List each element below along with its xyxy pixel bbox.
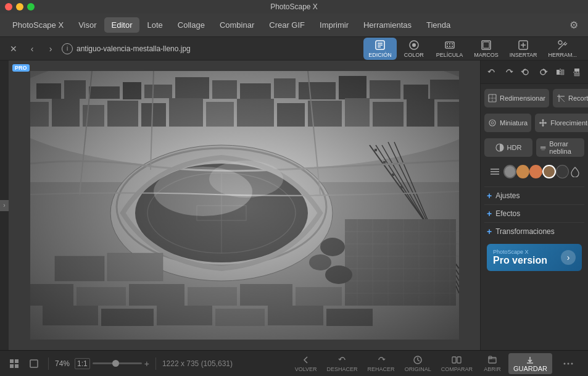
rehacer-btn[interactable]: REHACER bbox=[364, 354, 399, 374]
gear-icon[interactable]: ⚙ bbox=[565, 16, 583, 35]
svg-rect-101 bbox=[561, 70, 564, 75]
title-bar: PhotoScape X bbox=[0, 0, 588, 14]
left-arrow-btn[interactable]: › bbox=[0, 200, 9, 211]
zoom-thumb bbox=[112, 360, 119, 367]
original-btn[interactable]: ORIGINAL bbox=[401, 354, 435, 374]
filter-sepia[interactable] bbox=[542, 165, 555, 178]
svg-rect-127 bbox=[10, 364, 14, 368]
info-button[interactable]: i bbox=[62, 43, 73, 54]
main-content: › PRO bbox=[0, 61, 588, 350]
efectos-section[interactable]: + Efectos bbox=[484, 204, 584, 222]
guardar-btn[interactable]: GUARDAR bbox=[508, 353, 552, 374]
menu-combinar[interactable]: Combinar bbox=[212, 17, 262, 33]
menu-visor[interactable]: Visor bbox=[71, 17, 104, 33]
zoom-ratio[interactable]: 1:1 bbox=[75, 358, 90, 369]
abrir-label: ABRIR bbox=[484, 366, 501, 372]
lines-icon[interactable] bbox=[487, 163, 503, 180]
miniatura-btn[interactable]: Miniatura bbox=[484, 114, 531, 132]
menu-imprimir[interactable]: Imprimir bbox=[312, 17, 356, 33]
bottom-right-actions: VOLVER DESHACER REHACER ORIGINAL bbox=[291, 353, 582, 374]
pro-arrow-icon[interactable]: › bbox=[561, 250, 576, 265]
transformaciones-section[interactable]: + Transformaciones bbox=[484, 222, 584, 240]
miniatura-label: Miniatura bbox=[500, 119, 528, 127]
pelicula-label: PELÍCULA bbox=[436, 52, 463, 58]
menu-lote[interactable]: Lote bbox=[139, 17, 170, 33]
tab-insertar[interactable]: INSERTAR bbox=[505, 38, 542, 60]
window-title: PhotoScape X bbox=[270, 2, 318, 11]
svg-rect-128 bbox=[15, 364, 19, 368]
deshacer-btn[interactable]: DESHACER bbox=[323, 354, 362, 374]
svg-point-115 bbox=[542, 124, 544, 127]
svg-point-99 bbox=[540, 70, 545, 75]
transformaciones-plus: + bbox=[487, 227, 492, 236]
marcos-icon bbox=[481, 40, 492, 51]
menu-editor[interactable]: Editor bbox=[104, 17, 140, 33]
flip-v-icon[interactable] bbox=[568, 64, 586, 81]
menu-photoscape[interactable]: PhotoScape X bbox=[5, 17, 71, 33]
svg-point-5 bbox=[412, 43, 416, 47]
menu-collage[interactable]: Collage bbox=[170, 17, 212, 33]
rotate-right-icon[interactable] bbox=[534, 64, 552, 81]
tab-edicion[interactable]: EDICIÓN bbox=[363, 38, 397, 60]
tab-pelicula[interactable]: PELÍCULA bbox=[431, 38, 468, 60]
more-options-btn[interactable] bbox=[555, 357, 582, 370]
close-button[interactable]: ✕ bbox=[6, 41, 21, 56]
menu-herramientas[interactable]: Herramientas bbox=[356, 17, 419, 33]
borrar-neblina-btn[interactable]: Borrar neblina bbox=[536, 138, 584, 157]
redimensionar-label: Redimensionar bbox=[500, 94, 545, 102]
svg-rect-104 bbox=[574, 73, 579, 76]
svg-point-117 bbox=[544, 122, 547, 124]
filter-orange[interactable] bbox=[529, 165, 542, 178]
dimensions-label: 1222 x 735 (105,631) bbox=[162, 359, 233, 368]
svg-rect-129 bbox=[30, 360, 38, 367]
original-label: ORIGINAL bbox=[405, 366, 431, 372]
svg-rect-133 bbox=[452, 357, 456, 363]
svg-rect-10 bbox=[447, 46, 448, 47]
flip-h-icon[interactable] bbox=[552, 64, 569, 81]
view-grid-icon[interactable] bbox=[6, 356, 22, 372]
undo-icon[interactable] bbox=[483, 64, 500, 81]
color-label: COLOR bbox=[404, 52, 424, 58]
redimensionar-btn[interactable]: Redimensionar bbox=[484, 89, 549, 107]
volver-label: VOLVER bbox=[295, 366, 317, 372]
menu-tienda[interactable]: Tienda bbox=[419, 17, 458, 33]
abrir-btn[interactable]: ABRIR bbox=[479, 354, 506, 374]
color-drop-icon[interactable] bbox=[569, 165, 582, 178]
pro-badge: PRO bbox=[12, 64, 30, 72]
tab-color[interactable]: COLOR bbox=[398, 38, 430, 60]
comparar-btn[interactable]: COMPARAR bbox=[437, 354, 476, 374]
minimize-traffic-light[interactable] bbox=[16, 3, 23, 10]
menu-crear-gif[interactable]: Crear GIF bbox=[262, 17, 312, 33]
separator-2 bbox=[155, 357, 156, 370]
filter-dark[interactable] bbox=[556, 165, 569, 178]
svg-rect-134 bbox=[457, 357, 461, 363]
svg-rect-14 bbox=[483, 42, 489, 48]
pro-banner[interactable]: PhotoScape X Pro version › bbox=[487, 244, 582, 271]
next-button[interactable]: › bbox=[43, 41, 58, 56]
zoom-controls: 74% 1:1 + bbox=[55, 358, 149, 369]
filter-grey[interactable] bbox=[503, 165, 516, 178]
tab-herram[interactable]: HERRAM... bbox=[543, 38, 582, 60]
ajustes-section[interactable]: + Ajustes bbox=[484, 186, 584, 204]
zoom-slider[interactable] bbox=[93, 362, 142, 364]
svg-rect-120 bbox=[540, 148, 546, 149]
filter-warm[interactable] bbox=[516, 165, 529, 178]
view-single-icon[interactable] bbox=[26, 356, 42, 372]
florecimiento-btn[interactable]: Florecimiento bbox=[535, 114, 588, 132]
florecimiento-icon bbox=[539, 119, 547, 127]
zoom-plus[interactable]: + bbox=[144, 359, 149, 369]
redo-icon[interactable] bbox=[500, 64, 518, 81]
hdr-btn[interactable]: HDR bbox=[484, 138, 532, 157]
prev-button[interactable]: ‹ bbox=[25, 41, 39, 56]
guardar-label: GUARDAR bbox=[513, 365, 547, 372]
svg-rect-11 bbox=[449, 46, 450, 47]
svg-point-112 bbox=[491, 122, 494, 124]
color-filter-row bbox=[484, 163, 584, 180]
svg-point-140 bbox=[571, 362, 573, 364]
tab-marcos[interactable]: MARCOS bbox=[469, 38, 503, 60]
rotate-left-icon[interactable] bbox=[517, 64, 534, 81]
close-traffic-light[interactable] bbox=[5, 3, 12, 10]
volver-btn[interactable]: VOLVER bbox=[291, 354, 321, 374]
maximize-traffic-light[interactable] bbox=[27, 3, 35, 10]
recortar-btn[interactable]: Recortar bbox=[553, 89, 588, 107]
